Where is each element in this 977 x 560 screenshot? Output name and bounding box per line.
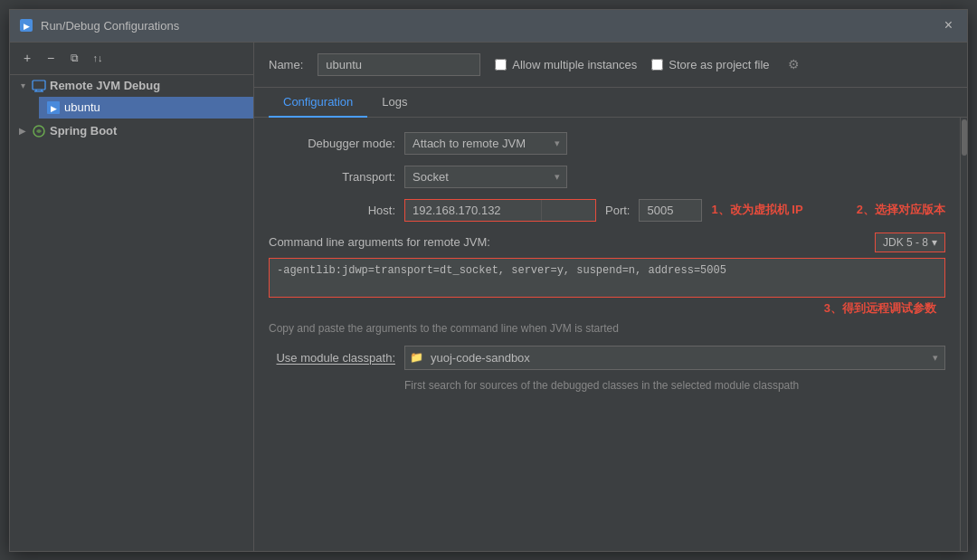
move-config-button[interactable]: ↑↓ [88,48,108,68]
transport-select[interactable]: Socket Shared memory [404,166,567,188]
config-content: Debugger mode: Attach to remote JVM List… [254,118,960,551]
host-input[interactable] [405,200,541,221]
cmd-label: Command line arguments for remote JVM: [269,235,490,249]
allow-multiple-label[interactable]: Allow multiple instances [512,58,637,71]
name-label: Name: [269,58,303,71]
cmd-textarea[interactable]: -agentlib:jdwp=transport=dt_socket, serv… [269,258,945,298]
annotation-2: 2、选择对应版本 [857,202,945,218]
dialog-icon: ▶ [19,18,33,33]
store-project-group: Store as project file [651,58,769,71]
name-input[interactable] [318,53,480,76]
svg-text:▶: ▶ [24,22,30,31]
spring-boot-label: Spring Boot [50,124,117,138]
dialog-title: Run/Debug Configurations [41,19,932,33]
add-config-button[interactable]: + [17,48,37,68]
ubuntu-icon: ▶ [46,100,61,115]
copy-config-button[interactable]: ⧉ [64,48,84,68]
module-row: Use module classpath: 📁 yuoj-code-sandbo… [269,346,945,370]
annotation-3: 3、得到远程调试参数 [269,300,945,317]
annotation-1: 1、改为虚拟机 IP [711,202,802,218]
cmd-hint: Copy and paste the arguments to the comm… [269,322,945,335]
tabs-bar: Configuration Logs [254,88,967,118]
transport-label: Transport: [269,170,395,184]
svg-rect-2 [33,81,45,90]
remote-jvm-icon [32,79,46,93]
tree-group-remote-jvm-header[interactable]: ▾ Remote JVM Debug [10,75,253,97]
module-hint: First search for sources of the debugged… [269,377,945,394]
allow-multiple-group: Allow multiple instances [495,58,637,71]
main-content: + − ⧉ ↑↓ ▾ [10,43,967,551]
settings-gear-button[interactable]: ⚙ [784,55,803,73]
right-panel: Name: Allow multiple instances Store as … [254,43,967,551]
ubuntu-item[interactable]: ▶ ubuntu [39,97,253,119]
module-label: Use module classpath: [269,351,395,365]
debugger-mode-select-wrap: Attach to remote JVM Listen to remote JV… [404,132,567,155]
host-extra-input[interactable] [541,200,595,221]
port-input[interactable] [639,199,702,222]
remove-config-button[interactable]: − [41,48,61,68]
debugger-mode-label: Debugger mode: [269,137,395,150]
cmd-header-row: Command line arguments for remote JVM: J… [269,233,945,252]
scrollbar[interactable] [960,118,967,551]
sidebar: + − ⧉ ↑↓ ▾ [10,43,254,551]
host-label: Host: [269,204,395,217]
tree-group-spring-boot-header[interactable]: ▶ Spring Boot [10,120,253,142]
spring-expand-icon: ▶ [17,126,28,137]
remote-jvm-label: Remote JVM Debug [50,79,160,92]
svg-text:▶: ▶ [51,104,57,113]
close-button[interactable]: × [939,15,958,35]
content-wrapper: Debugger mode: Attach to remote JVM List… [254,118,967,551]
module-select-wrap: 📁 yuoj-code-sandbox [404,346,945,370]
title-bar: ▶ Run/Debug Configurations × [10,10,967,43]
allow-multiple-checkbox[interactable] [495,59,507,71]
host-input-wrap [404,199,596,222]
store-project-checkbox[interactable] [651,59,663,71]
debugger-mode-row: Debugger mode: Attach to remote JVM List… [269,132,945,155]
scrollbar-thumb [962,119,967,156]
debugger-mode-select[interactable]: Attach to remote JVM Listen to remote JV… [404,132,567,155]
sidebar-tree: ▾ Remote JVM Debug [10,75,253,551]
tab-configuration[interactable]: Configuration [269,88,367,118]
run-debug-dialog: ▶ Run/Debug Configurations × + − ⧉ ↑↓ [9,9,968,552]
sidebar-toolbar: + − ⧉ ↑↓ [10,43,253,75]
store-project-label[interactable]: Store as project file [669,58,769,71]
tab-logs[interactable]: Logs [367,88,422,118]
expand-icon: ▾ [17,81,28,91]
cmd-section: Command line arguments for remote JVM: J… [269,233,945,335]
ubuntu-label: ubuntu [64,100,100,114]
module-select[interactable]: yuoj-code-sandbox [404,346,945,370]
tree-group-remote-jvm: ▾ Remote JVM Debug [10,75,253,119]
transport-select-wrap: Socket Shared memory [404,166,567,188]
port-label: Port: [605,204,630,217]
transport-row: Transport: Socket Shared memory [269,166,945,188]
tree-group-spring-boot: ▶ Spring Boot [10,120,253,142]
remote-jvm-children: ▶ ubuntu [10,97,253,119]
spring-boot-icon [32,124,46,138]
jdk-badge[interactable]: JDK 5 - 8 ▾ [875,233,945,252]
config-header: Name: Allow multiple instances Store as … [254,43,967,88]
host-port-row: Host: Port: 1、改为虚拟机 IP 2、选择对应版本 [269,199,945,222]
